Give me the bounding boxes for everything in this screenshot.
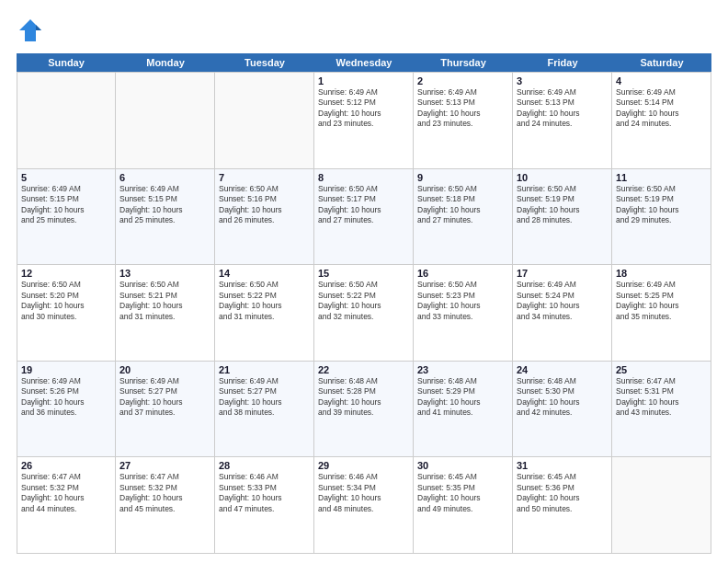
day-header-friday: Friday	[513, 53, 612, 72]
calendar-cell: 13Sunrise: 6:50 AM Sunset: 5:21 PM Dayli…	[116, 265, 215, 361]
cell-date-number: 21	[219, 364, 310, 375]
calendar-cell: 24Sunrise: 6:48 AM Sunset: 5:30 PM Dayli…	[513, 362, 612, 457]
cell-daylight-info: Sunrise: 6:49 AM Sunset: 5:12 PM Dayligh…	[318, 87, 409, 130]
cell-daylight-info: Sunrise: 6:50 AM Sunset: 5:16 PM Dayligh…	[219, 184, 310, 226]
cell-date-number: 17	[517, 268, 608, 279]
cell-daylight-info: Sunrise: 6:50 AM Sunset: 5:18 PM Dayligh…	[417, 184, 508, 226]
cell-date-number: 24	[517, 364, 608, 375]
header	[17, 17, 711, 44]
calendar-cell: 31Sunrise: 6:45 AM Sunset: 5:36 PM Dayli…	[513, 457, 612, 553]
cell-daylight-info: Sunrise: 6:50 AM Sunset: 5:22 PM Dayligh…	[318, 280, 409, 322]
cell-daylight-info: Sunrise: 6:49 AM Sunset: 5:15 PM Dayligh…	[119, 184, 210, 226]
calendar-cell: 16Sunrise: 6:50 AM Sunset: 5:23 PM Dayli…	[414, 265, 513, 361]
cell-date-number: 15	[318, 268, 409, 279]
cell-daylight-info: Sunrise: 6:49 AM Sunset: 5:27 PM Dayligh…	[119, 376, 210, 419]
cell-date-number: 7	[219, 172, 310, 183]
calendar-cell: 25Sunrise: 6:47 AM Sunset: 5:31 PM Dayli…	[612, 362, 711, 457]
calendar-cell: 22Sunrise: 6:48 AM Sunset: 5:28 PM Dayli…	[314, 362, 414, 457]
calendar-cell: 11Sunrise: 6:50 AM Sunset: 5:19 PM Dayli…	[612, 169, 711, 265]
day-header-saturday: Saturday	[612, 53, 711, 72]
week-row: 5Sunrise: 6:49 AM Sunset: 5:15 PM Daylig…	[17, 169, 711, 266]
calendar-cell: 23Sunrise: 6:48 AM Sunset: 5:29 PM Dayli…	[414, 362, 513, 457]
cell-date-number: 28	[219, 460, 310, 471]
cell-daylight-info: Sunrise: 6:48 AM Sunset: 5:30 PM Dayligh…	[517, 376, 608, 419]
cell-date-number: 22	[318, 364, 409, 375]
cell-date-number: 10	[517, 172, 608, 183]
cell-date-number: 6	[119, 172, 210, 183]
day-header-monday: Monday	[116, 53, 215, 72]
week-row: 26Sunrise: 6:47 AM Sunset: 5:32 PM Dayli…	[17, 457, 711, 554]
cell-date-number: 11	[616, 172, 707, 183]
cell-daylight-info: Sunrise: 6:46 AM Sunset: 5:33 PM Dayligh…	[219, 472, 310, 514]
day-header-tuesday: Tuesday	[215, 53, 314, 72]
cell-daylight-info: Sunrise: 6:47 AM Sunset: 5:32 PM Dayligh…	[21, 472, 111, 514]
cell-daylight-info: Sunrise: 6:50 AM Sunset: 5:23 PM Dayligh…	[417, 280, 508, 322]
cell-date-number: 3	[517, 75, 608, 86]
calendar-cell: 6Sunrise: 6:49 AM Sunset: 5:15 PM Daylig…	[116, 169, 215, 265]
cell-daylight-info: Sunrise: 6:49 AM Sunset: 5:26 PM Dayligh…	[21, 376, 111, 419]
week-row: 19Sunrise: 6:49 AM Sunset: 5:26 PM Dayli…	[17, 362, 711, 458]
week-row: 1Sunrise: 6:49 AM Sunset: 5:12 PM Daylig…	[17, 72, 711, 169]
calendar-cell: 2Sunrise: 6:49 AM Sunset: 5:13 PM Daylig…	[414, 73, 513, 168]
cell-date-number: 29	[318, 460, 409, 471]
cell-daylight-info: Sunrise: 6:50 AM Sunset: 5:20 PM Dayligh…	[21, 280, 111, 322]
cell-date-number: 14	[219, 268, 310, 279]
calendar-cell: 8Sunrise: 6:50 AM Sunset: 5:17 PM Daylig…	[314, 169, 414, 265]
cell-daylight-info: Sunrise: 6:50 AM Sunset: 5:22 PM Dayligh…	[219, 280, 310, 322]
cell-daylight-info: Sunrise: 6:50 AM Sunset: 5:17 PM Dayligh…	[318, 184, 409, 226]
calendar-cell: 9Sunrise: 6:50 AM Sunset: 5:18 PM Daylig…	[414, 169, 513, 265]
calendar-cell: 1Sunrise: 6:49 AM Sunset: 5:12 PM Daylig…	[314, 73, 414, 168]
cell-date-number: 25	[616, 364, 707, 375]
calendar-cell: 27Sunrise: 6:47 AM Sunset: 5:32 PM Dayli…	[116, 457, 215, 553]
cell-daylight-info: Sunrise: 6:45 AM Sunset: 5:36 PM Dayligh…	[517, 472, 608, 514]
calendar-cell: 15Sunrise: 6:50 AM Sunset: 5:22 PM Dayli…	[314, 265, 414, 361]
calendar-cell: 7Sunrise: 6:50 AM Sunset: 5:16 PM Daylig…	[215, 169, 314, 265]
cell-date-number: 30	[417, 460, 508, 471]
cell-daylight-info: Sunrise: 6:50 AM Sunset: 5:19 PM Dayligh…	[517, 184, 608, 226]
cell-date-number: 13	[119, 268, 210, 279]
day-headers: SundayMondayTuesdayWednesdayThursdayFrid…	[17, 53, 711, 72]
calendar: SundayMondayTuesdayWednesdayThursdayFrid…	[17, 53, 711, 554]
cell-daylight-info: Sunrise: 6:49 AM Sunset: 5:14 PM Dayligh…	[616, 87, 707, 130]
calendar-cell: 12Sunrise: 6:50 AM Sunset: 5:20 PM Dayli…	[17, 265, 116, 361]
logo-icon	[17, 17, 44, 44]
cell-date-number: 23	[417, 364, 508, 375]
calendar-cell: 26Sunrise: 6:47 AM Sunset: 5:32 PM Dayli…	[17, 457, 116, 553]
day-header-sunday: Sunday	[17, 53, 116, 72]
cell-daylight-info: Sunrise: 6:48 AM Sunset: 5:29 PM Dayligh…	[417, 376, 508, 419]
cell-daylight-info: Sunrise: 6:50 AM Sunset: 5:19 PM Dayligh…	[616, 184, 707, 226]
cell-daylight-info: Sunrise: 6:49 AM Sunset: 5:15 PM Dayligh…	[21, 184, 111, 226]
cell-daylight-info: Sunrise: 6:47 AM Sunset: 5:31 PM Dayligh…	[616, 376, 707, 419]
cell-date-number: 2	[417, 75, 508, 86]
cell-daylight-info: Sunrise: 6:47 AM Sunset: 5:32 PM Dayligh…	[119, 472, 210, 514]
cell-date-number: 5	[21, 172, 111, 183]
cell-date-number: 4	[616, 75, 707, 86]
calendar-cell: 10Sunrise: 6:50 AM Sunset: 5:19 PM Dayli…	[513, 169, 612, 265]
calendar-cell	[17, 73, 116, 168]
calendar-cell: 20Sunrise: 6:49 AM Sunset: 5:27 PM Dayli…	[116, 362, 215, 457]
cell-date-number: 20	[119, 364, 210, 375]
cell-date-number: 26	[21, 460, 111, 471]
calendar-cell: 14Sunrise: 6:50 AM Sunset: 5:22 PM Dayli…	[215, 265, 314, 361]
calendar-cell	[215, 73, 314, 168]
cell-date-number: 19	[21, 364, 111, 375]
calendar-cell: 19Sunrise: 6:49 AM Sunset: 5:26 PM Dayli…	[17, 362, 116, 457]
cell-daylight-info: Sunrise: 6:48 AM Sunset: 5:28 PM Dayligh…	[318, 376, 409, 419]
calendar-cell: 4Sunrise: 6:49 AM Sunset: 5:14 PM Daylig…	[612, 73, 711, 168]
calendar-cell: 5Sunrise: 6:49 AM Sunset: 5:15 PM Daylig…	[17, 169, 116, 265]
cell-daylight-info: Sunrise: 6:50 AM Sunset: 5:21 PM Dayligh…	[119, 280, 210, 322]
cell-date-number: 31	[517, 460, 608, 471]
cell-daylight-info: Sunrise: 6:49 AM Sunset: 5:25 PM Dayligh…	[616, 280, 707, 322]
weeks: 1Sunrise: 6:49 AM Sunset: 5:12 PM Daylig…	[17, 72, 711, 554]
cell-daylight-info: Sunrise: 6:49 AM Sunset: 5:13 PM Dayligh…	[517, 87, 608, 130]
calendar-cell	[612, 457, 711, 553]
calendar-cell: 21Sunrise: 6:49 AM Sunset: 5:27 PM Dayli…	[215, 362, 314, 457]
calendar-cell: 29Sunrise: 6:46 AM Sunset: 5:34 PM Dayli…	[314, 457, 414, 553]
logo	[17, 17, 50, 44]
cell-daylight-info: Sunrise: 6:49 AM Sunset: 5:13 PM Dayligh…	[417, 87, 508, 130]
cell-daylight-info: Sunrise: 6:45 AM Sunset: 5:35 PM Dayligh…	[417, 472, 508, 514]
calendar-cell: 28Sunrise: 6:46 AM Sunset: 5:33 PM Dayli…	[215, 457, 314, 553]
day-header-thursday: Thursday	[414, 53, 513, 72]
cell-daylight-info: Sunrise: 6:49 AM Sunset: 5:24 PM Dayligh…	[517, 280, 608, 322]
day-header-wednesday: Wednesday	[314, 53, 414, 72]
